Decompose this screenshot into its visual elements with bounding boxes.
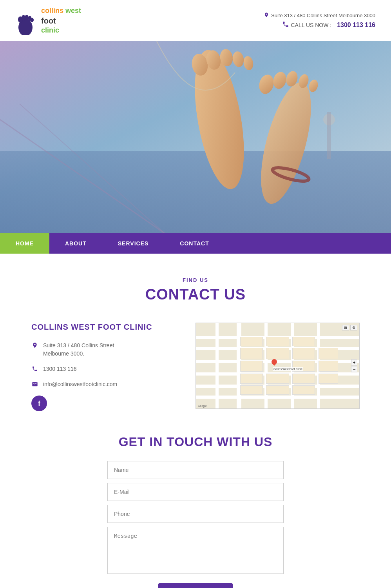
map-zoom-controls: + −: [351, 359, 357, 372]
logo-foot-icon: [16, 6, 39, 35]
map[interactable]: Collins West Foot Clinic Google ⊞ ⚙ + −: [196, 323, 360, 409]
svg-rect-24: [327, 112, 331, 159]
map-zoom-in[interactable]: +: [351, 359, 357, 366]
phone-icon-small: [31, 365, 38, 372]
email-text: info@collinswestfootclinic.com: [43, 380, 117, 388]
svg-point-5: [31, 18, 34, 22]
address-item: Suite 313 / 480 Collins Street Melbourne…: [31, 341, 180, 358]
map-attribution: Google: [198, 405, 207, 407]
map-block: [292, 374, 315, 384]
facebook-button[interactable]: f: [31, 396, 47, 411]
contact-form: SUBMIT: [107, 461, 284, 588]
map-settings[interactable]: ⚙: [350, 325, 357, 330]
map-zoom-out[interactable]: −: [351, 366, 357, 372]
map-pin-head: [270, 358, 278, 366]
map-block: [240, 348, 263, 359]
touch-section: GET IN TOUCH WITH US SUBMIT: [31, 435, 360, 588]
svg-point-3: [25, 15, 29, 20]
email-item: info@collinswestfootclinic.com: [31, 380, 180, 388]
map-block: [240, 337, 263, 346]
map-block: [266, 385, 289, 395]
submit-button[interactable]: SUBMIT: [158, 583, 233, 588]
logo-collins: collins: [41, 7, 65, 15]
name-input[interactable]: [107, 461, 284, 479]
nav-home[interactable]: HOME: [0, 233, 49, 254]
clinic-name: COLLINS WEST FOOT CLINIC: [31, 323, 180, 332]
map-block: [292, 385, 315, 395]
header-address: Suite 313 / 480 Collins Street Melbourne…: [264, 12, 375, 19]
header-contact: Suite 313 / 480 Collins Street Melbourne…: [264, 12, 375, 29]
navigation: HOME ABOUT SERVICES CONTACT: [0, 233, 391, 254]
logo-west: west: [65, 7, 81, 15]
map-block: [240, 385, 263, 395]
logo-text: collins west foot clinic: [41, 6, 81, 35]
email-icon: [31, 381, 38, 388]
section-title-part2: US: [224, 286, 246, 303]
map-block: [319, 374, 338, 384]
map-block: [319, 361, 338, 372]
header: collins west foot clinic Suite 313 / 480…: [0, 0, 391, 41]
email-input[interactable]: [107, 483, 284, 501]
address-text: Suite 313 / 480 Collins Street Melbourne…: [43, 341, 114, 358]
phone-icon: [282, 21, 289, 29]
map-block: [319, 348, 338, 359]
map-view-toggle[interactable]: ⊞: [342, 325, 349, 330]
phone-text: 1300 113 116: [43, 365, 77, 373]
phone-item: 1300 113 116: [31, 365, 180, 373]
nav-services[interactable]: SERVICES: [102, 233, 165, 254]
phone-number: 1300 113 116: [337, 22, 375, 29]
touch-title-part1: GET IN: [119, 435, 167, 449]
map-controls: ⊞ ⚙: [342, 325, 357, 330]
location-icon: [264, 12, 269, 19]
address-icon: [31, 342, 38, 349]
contact-row: COLLINS WEST FOOT CLINIC Suite 313 / 480…: [31, 323, 360, 411]
map-block: [266, 374, 289, 384]
logo-clinic: clinic: [41, 26, 81, 35]
map-block: [292, 337, 315, 346]
nav-contact[interactable]: CONTACT: [164, 233, 224, 254]
message-input[interactable]: [107, 527, 284, 574]
touch-title-part2: TOUCH WITH US: [167, 435, 272, 449]
logo-foot-text: foot: [41, 16, 81, 26]
hero-decoration: [0, 41, 391, 233]
section-subtitle: FIND US: [31, 277, 360, 283]
section-title-part1: CONTACT: [145, 286, 224, 303]
logo: collins west foot clinic: [16, 6, 81, 35]
section-title: CONTACT US: [31, 286, 360, 303]
header-address-text: Suite 313 / 480 Collins Street Melbourne…: [271, 13, 375, 18]
header-phone: CALL US NOW : 1300 113 116: [264, 21, 375, 29]
map-block: [240, 374, 263, 384]
map-street: [196, 396, 359, 399]
map-label: Collins West Foot Clinic: [273, 367, 303, 371]
map-block: [266, 348, 289, 359]
map-block: [240, 361, 263, 372]
map-block: [292, 348, 315, 359]
hero-image: [0, 41, 391, 233]
touch-title: GET IN TOUCH WITH US: [63, 435, 328, 449]
phone-input[interactable]: [107, 505, 284, 523]
nav-about[interactable]: ABOUT: [49, 233, 102, 254]
map-block: [266, 337, 289, 346]
svg-rect-7: [0, 151, 391, 233]
map-pin: [272, 359, 277, 366]
contact-info: COLLINS WEST FOOT CLINIC Suite 313 / 480…: [31, 323, 180, 411]
contact-section: FIND US CONTACT US COLLINS WEST FOOT CLI…: [0, 254, 391, 588]
phone-label: CALL US NOW :: [291, 22, 332, 28]
map-background: Collins West Foot Clinic Google ⊞ ⚙ + −: [196, 323, 359, 408]
